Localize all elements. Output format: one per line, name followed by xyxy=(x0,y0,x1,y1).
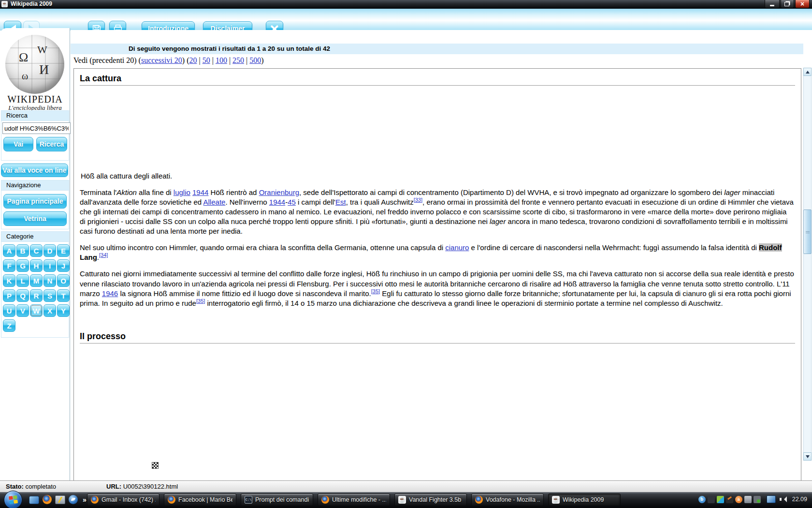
category-letter-S[interactable]: S xyxy=(44,289,56,302)
category-letter-V[interactable]: V xyxy=(16,304,29,317)
category-letter-O[interactable]: O xyxy=(57,274,70,287)
search-button[interactable]: Ricerca xyxy=(36,137,67,151)
category-letter-H[interactable]: H xyxy=(30,259,43,272)
antivirus-icon[interactable]: a xyxy=(735,496,742,503)
bluetooth-icon[interactable]: b xyxy=(698,496,706,503)
quick-launch-overflow-chevron[interactable]: » xyxy=(83,496,87,504)
article-link[interactable]: 20 xyxy=(189,56,197,64)
category-letter-R[interactable]: R xyxy=(30,289,43,302)
article-link[interactable]: [35] xyxy=(196,298,205,304)
graphics-tool-icon[interactable] xyxy=(726,496,733,503)
article-image-trial xyxy=(86,347,163,444)
category-letter-E[interactable]: E xyxy=(57,244,70,257)
navigation-panel-header: Navigazione xyxy=(1,180,69,191)
scrollbar-thumb[interactable] xyxy=(803,209,812,254)
connector-icon[interactable] xyxy=(55,495,65,504)
navigation-panel: Navigazione Pagina principale Vetrina xyxy=(1,180,69,229)
globe-glyph: ω xyxy=(22,71,28,82)
search-panel-header: Ricerca xyxy=(1,111,69,121)
scrollbar-track[interactable] xyxy=(803,68,812,461)
network-display-icon[interactable] xyxy=(767,495,776,503)
taskbar-task-button[interactable]: Gmail - Inbox (742) ... xyxy=(87,493,160,506)
category-letter-W[interactable]: W xyxy=(30,304,43,317)
show-desktop-icon[interactable] xyxy=(29,496,39,504)
go-online-button[interactable]: Vai alla voce on line xyxy=(1,164,68,177)
volume-icon[interactable] xyxy=(780,496,786,503)
category-letter-I[interactable]: I xyxy=(44,259,56,272)
article-link[interactable]: [34] xyxy=(99,252,108,258)
taskbar-task-button[interactable]: Vodafone - Mozilla ... xyxy=(471,493,544,506)
input-device-icon[interactable] xyxy=(744,496,752,503)
article-link[interactable]: 1944 xyxy=(269,198,285,206)
java-icon: ☕ xyxy=(398,496,406,504)
category-letter-M[interactable]: M xyxy=(30,274,43,287)
sidebar: Ω W И ω WIKIPEDIA L'enciclopedia libera … xyxy=(0,28,70,480)
article-link[interactable]: [33] xyxy=(414,197,422,203)
wikipedia-globe-logo: Ω W И ω xyxy=(5,35,64,94)
category-letter-F[interactable]: F xyxy=(3,259,15,272)
search-input[interactable] xyxy=(2,122,71,134)
category-letter-C[interactable]: C xyxy=(30,244,43,257)
media-player-icon[interactable] xyxy=(708,496,715,503)
article-link[interactable]: 500 xyxy=(249,56,261,64)
main-page-button[interactable]: Pagina principale xyxy=(3,194,67,209)
taskbar-task-button[interactable]: ☕Vandal Fighter 3.5b 44 xyxy=(394,493,467,506)
category-letter-A[interactable]: A xyxy=(3,244,15,257)
taskbar-task-button[interactable]: Ultime modifiche - ... xyxy=(318,493,390,506)
go-button[interactable]: Vai xyxy=(3,137,33,151)
safety-status-icon[interactable] xyxy=(754,496,761,503)
scroll-down-button[interactable] xyxy=(803,452,812,461)
section-heading-il-processo: Il processo xyxy=(80,331,795,342)
category-letter-Y[interactable]: Y xyxy=(57,304,70,317)
category-letter-K[interactable]: K xyxy=(3,274,15,287)
quick-launch: » xyxy=(29,495,87,504)
article-link[interactable]: 45 xyxy=(288,198,296,206)
task-label: Ultime modifiche - ... xyxy=(332,496,386,503)
article-link[interactable]: Oranienburg xyxy=(259,188,299,196)
taskbar-task-button[interactable]: Facebook | Mario Be... xyxy=(164,493,236,506)
category-letter-U[interactable]: U xyxy=(3,304,15,317)
search-highlight: Rudolf xyxy=(759,243,782,252)
category-letter-D[interactable]: D xyxy=(44,244,56,257)
window-titlebar[interactable]: ☕ Wikipedia 2009 × xyxy=(0,0,812,9)
thunderbird-icon[interactable] xyxy=(69,495,78,504)
taskbar-task-button[interactable]: C:\Prompt dei comandi xyxy=(241,493,313,506)
minimize-button[interactable] xyxy=(765,0,780,8)
firefox-icon xyxy=(321,496,329,504)
article-link[interactable]: 100 xyxy=(216,56,227,64)
category-letter-T[interactable]: T xyxy=(57,289,70,302)
article-link[interactable]: cianuro xyxy=(445,243,469,252)
article-link[interactable]: 250 xyxy=(232,56,244,64)
category-letter-Q[interactable]: Q xyxy=(16,289,29,302)
restore-button[interactable] xyxy=(781,0,794,8)
article-link[interactable]: [35] xyxy=(371,288,380,294)
java-icon: ☕ xyxy=(552,496,560,504)
firefox-icon[interactable] xyxy=(43,495,52,504)
category-letter-X[interactable]: X xyxy=(44,304,56,317)
article-link[interactable]: 1946 xyxy=(102,289,118,298)
photo-viewer-icon[interactable] xyxy=(717,496,724,503)
category-letter-N[interactable]: N xyxy=(44,274,56,287)
task-label: Gmail - Inbox (742) ... xyxy=(102,496,156,503)
scroll-up-button[interactable] xyxy=(803,68,812,76)
article-link[interactable]: Alleate xyxy=(203,198,226,206)
firefox-icon xyxy=(475,496,483,504)
vertical-scrollbar[interactable] xyxy=(803,30,812,480)
category-letter-J[interactable]: J xyxy=(57,259,70,272)
article-paragraph: Nel suo ultimo incontro con Himmler, qua… xyxy=(80,243,794,262)
category-letter-B[interactable]: B xyxy=(16,244,29,257)
start-button[interactable] xyxy=(4,491,22,508)
article-link[interactable]: Est xyxy=(335,198,346,206)
article-link[interactable]: luglio xyxy=(174,188,190,196)
article-link[interactable]: 1944 xyxy=(192,188,208,196)
results-pager: Vedi (precedenti 20) (successivi 20) (20… xyxy=(73,56,264,65)
category-letter-P[interactable]: P xyxy=(3,289,15,302)
article-link[interactable]: 50 xyxy=(203,56,210,64)
featured-button[interactable]: Vetrina xyxy=(3,211,67,226)
category-letter-L[interactable]: L xyxy=(16,274,29,287)
close-button[interactable]: × xyxy=(795,0,810,8)
taskbar-task-button[interactable]: ☕Wikipedia 2009 xyxy=(548,493,621,506)
article-link[interactable]: successivi 20 xyxy=(141,56,182,64)
category-letter-Z[interactable]: Z xyxy=(3,319,15,332)
category-letter-G[interactable]: G xyxy=(16,259,29,272)
